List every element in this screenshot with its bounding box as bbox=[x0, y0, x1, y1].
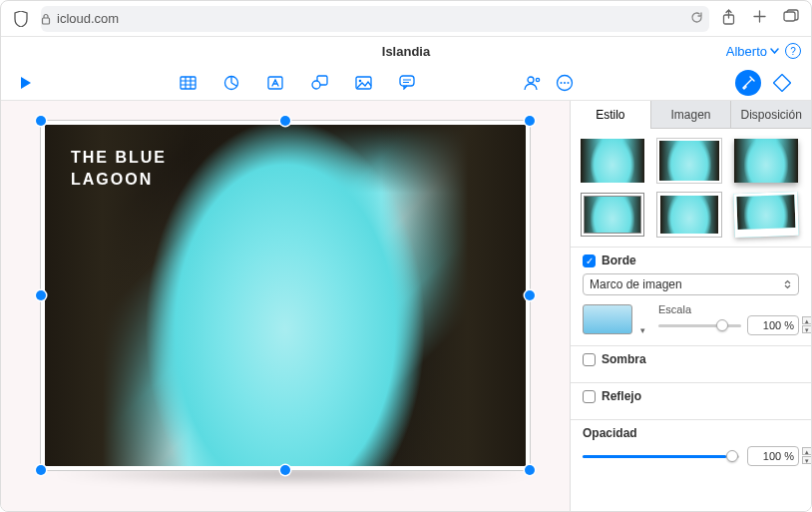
insert-text-icon[interactable] bbox=[264, 72, 286, 94]
lock-icon bbox=[41, 13, 51, 25]
svg-rect-17 bbox=[774, 74, 791, 91]
document-title: Islandia bbox=[1, 44, 811, 59]
shadow-section: Sombra bbox=[571, 345, 811, 382]
image-caption: THE BLUE LAGOON bbox=[71, 147, 167, 192]
scale-field[interactable]: 100 % ▴▾ bbox=[747, 315, 799, 335]
insert-shape-icon[interactable] bbox=[308, 72, 330, 94]
reflection-checkbox[interactable] bbox=[583, 390, 596, 403]
resize-handle-ml[interactable] bbox=[36, 290, 46, 300]
canvas[interactable]: THE BLUE LAGOON bbox=[1, 101, 570, 512]
svg-point-14 bbox=[561, 82, 563, 84]
shadow-label: Sombra bbox=[602, 352, 646, 366]
browser-toolbar: icloud.com bbox=[1, 1, 811, 37]
app-header: Islandia Alberto ? bbox=[1, 37, 811, 65]
animate-icon[interactable] bbox=[771, 72, 793, 94]
opacity-slider[interactable] bbox=[583, 448, 739, 464]
tab-image[interactable]: Imagen bbox=[650, 101, 731, 129]
opacity-stepper[interactable]: ▴▾ bbox=[802, 447, 812, 464]
shadow-checkbox[interactable] bbox=[583, 353, 596, 366]
style-preset-1[interactable] bbox=[581, 139, 644, 183]
resize-handle-br[interactable] bbox=[525, 465, 535, 475]
resize-handle-mr[interactable] bbox=[525, 290, 535, 300]
toolbar bbox=[1, 65, 811, 101]
selected-image[interactable]: THE BLUE LAGOON bbox=[41, 121, 530, 470]
tab-style[interactable]: Estilo bbox=[571, 101, 650, 129]
collaborate-icon[interactable] bbox=[522, 72, 544, 94]
more-icon[interactable] bbox=[554, 72, 576, 94]
insert-table-icon[interactable] bbox=[177, 72, 199, 94]
style-preset-4[interactable] bbox=[581, 193, 644, 237]
select-chevrons-icon bbox=[783, 279, 792, 289]
frame-color-swatch[interactable] bbox=[583, 304, 632, 334]
svg-rect-2 bbox=[784, 12, 795, 21]
opacity-label: Opacidad bbox=[583, 426, 799, 440]
resize-handle-tm[interactable] bbox=[280, 116, 290, 126]
new-tab-icon[interactable] bbox=[752, 9, 767, 29]
resize-handle-bm[interactable] bbox=[280, 465, 290, 475]
opacity-field[interactable]: 100 % ▴▾ bbox=[747, 446, 799, 466]
style-preset-6[interactable] bbox=[734, 193, 798, 237]
resize-handle-bl[interactable] bbox=[36, 465, 46, 475]
insert-comment-icon[interactable] bbox=[396, 72, 418, 94]
help-icon[interactable]: ? bbox=[785, 43, 801, 59]
tabs-icon[interactable] bbox=[783, 9, 799, 29]
insert-image-icon[interactable] bbox=[352, 72, 374, 94]
border-type-select[interactable]: Marco de imagen bbox=[583, 273, 799, 295]
scale-slider[interactable] bbox=[658, 317, 741, 333]
reload-icon[interactable] bbox=[690, 11, 703, 27]
resize-handle-tl[interactable] bbox=[36, 116, 46, 126]
scale-stepper[interactable]: ▴▾ bbox=[802, 316, 812, 333]
svg-rect-0 bbox=[43, 18, 50, 24]
inspector-panel: Estilo Imagen Disposición ✓ Borde Marco … bbox=[570, 101, 811, 512]
resize-handle-tr[interactable] bbox=[525, 116, 535, 126]
svg-point-7 bbox=[312, 81, 320, 89]
svg-point-15 bbox=[564, 82, 566, 84]
insert-chart-icon[interactable] bbox=[220, 72, 242, 94]
svg-point-16 bbox=[568, 82, 570, 84]
style-preset-5[interactable] bbox=[657, 193, 721, 237]
play-icon[interactable] bbox=[15, 72, 37, 94]
account-menu[interactable]: Alberto bbox=[726, 44, 779, 59]
border-checkbox[interactable]: ✓ bbox=[583, 255, 596, 267]
privacy-shield-icon[interactable] bbox=[13, 11, 29, 27]
style-preset-3[interactable] bbox=[734, 139, 798, 183]
format-icon[interactable] bbox=[735, 70, 761, 96]
reflection-section: Reflejo bbox=[571, 382, 811, 419]
reflection-label: Reflejo bbox=[602, 389, 641, 403]
style-presets bbox=[571, 129, 811, 247]
tab-arrange[interactable]: Disposición bbox=[730, 101, 811, 129]
style-preset-2[interactable] bbox=[657, 139, 721, 183]
svg-point-9 bbox=[358, 79, 361, 82]
url-text: icloud.com bbox=[57, 11, 119, 26]
url-field[interactable]: icloud.com bbox=[41, 6, 709, 32]
svg-rect-10 bbox=[400, 76, 414, 86]
border-section: ✓ Borde Marco de imagen Escala bbox=[571, 247, 811, 345]
border-label: Borde bbox=[602, 254, 636, 267]
svg-point-11 bbox=[528, 77, 534, 83]
share-icon[interactable] bbox=[721, 9, 736, 29]
svg-rect-3 bbox=[181, 77, 196, 89]
chevron-down-icon bbox=[770, 48, 779, 54]
opacity-section: Opacidad 100 % ▴▾ bbox=[571, 419, 811, 476]
scale-label: Escala bbox=[658, 303, 799, 315]
